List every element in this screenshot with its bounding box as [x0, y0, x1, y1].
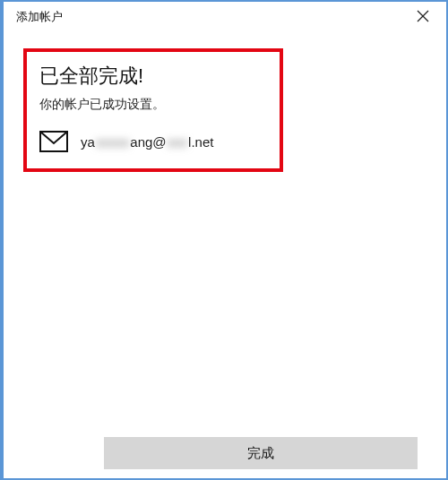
close-icon — [417, 9, 429, 25]
dialog-title: 添加帐户 — [16, 9, 63, 25]
account-email: yaxxxxxang@xxxl.net — [81, 134, 213, 150]
email-mid: ang@ — [130, 134, 166, 150]
footer: 完成 — [4, 437, 446, 469]
mail-icon — [39, 131, 68, 152]
completion-heading: 已全部完成! — [39, 63, 267, 90]
dialog-window: 添加帐户 已全部完成! 你的帐户已成功设置。 yaxxxxxang@xxxl.n… — [0, 0, 448, 480]
titlebar: 添加帐户 — [4, 2, 446, 32]
completion-subtext: 你的帐户已成功设置。 — [39, 97, 267, 113]
email-suffix: l.net — [188, 134, 213, 150]
highlight-box: 已全部完成! 你的帐户已成功设置。 yaxxxxxang@xxxl.net — [23, 48, 283, 172]
email-prefix: ya — [81, 134, 95, 150]
close-button[interactable] — [405, 4, 441, 30]
content-area: 已全部完成! 你的帐户已成功设置。 yaxxxxxang@xxxl.net — [4, 32, 446, 172]
done-button[interactable]: 完成 — [104, 437, 418, 469]
email-blur-2: xxx — [167, 134, 189, 150]
email-blur-1: xxxxx — [95, 134, 131, 150]
account-email-row: yaxxxxxang@xxxl.net — [39, 131, 267, 152]
